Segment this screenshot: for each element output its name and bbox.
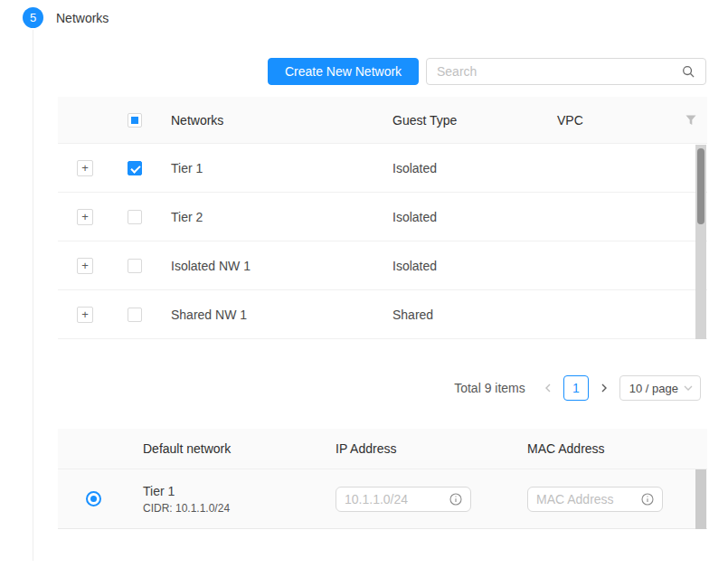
network-guest-type: Isolated — [378, 259, 543, 273]
network-name: Tier 2 — [156, 210, 378, 224]
default-network-cidr: CIDR: 10.1.1.0/24 — [143, 502, 321, 515]
row-checkbox[interactable] — [128, 259, 142, 273]
next-page-icon[interactable] — [596, 375, 612, 401]
filter-icon[interactable] — [685, 115, 696, 126]
step-title: Networks — [56, 11, 109, 25]
network-name: Shared NW 1 — [156, 308, 378, 322]
step-number-badge: 5 — [23, 7, 43, 28]
expand-row-button[interactable]: + — [77, 258, 93, 274]
column-header-vpc: VPC — [543, 113, 674, 128]
network-guest-type: Isolated — [378, 210, 543, 224]
deploy-vm-networks-step: 5 Networks Create New Network Networks G… — [0, 0, 728, 568]
row-checkbox[interactable] — [128, 161, 142, 175]
scrollbar-thumb[interactable] — [697, 148, 704, 224]
row-checkbox[interactable] — [128, 308, 142, 322]
search-icon[interactable] — [682, 65, 695, 79]
ip-address-field[interactable] — [336, 487, 471, 512]
table-row[interactable]: + Tier 2 Isolated — [58, 193, 707, 241]
page-number-button[interactable]: 1 — [563, 375, 589, 401]
prev-page-icon[interactable] — [540, 375, 556, 401]
column-header-networks: Networks — [156, 113, 378, 128]
create-new-network-button[interactable]: Create New Network — [268, 58, 419, 85]
network-name: Isolated NW 1 — [156, 259, 378, 273]
pagination: Total 9 items 1 10 / page — [454, 375, 701, 401]
column-header-mac-address: MAC Address — [513, 441, 707, 456]
page-size-select[interactable]: 10 / page — [619, 375, 701, 401]
network-guest-type: Isolated — [378, 161, 543, 175]
mac-address-input[interactable] — [536, 492, 641, 506]
network-search-box[interactable] — [426, 58, 706, 85]
mac-address-field[interactable] — [527, 487, 663, 512]
table-scrollbar[interactable] — [695, 469, 706, 529]
chevron-down-icon — [684, 384, 693, 392]
pagination-total: Total 9 items — [454, 381, 525, 395]
table-row[interactable]: + Shared NW 1 Shared — [58, 290, 707, 339]
page-size-value: 10 / page — [629, 382, 678, 395]
expand-row-button[interactable]: + — [77, 209, 93, 225]
expand-row-button[interactable]: + — [77, 307, 93, 323]
ip-address-input[interactable] — [345, 492, 449, 506]
table-row[interactable]: + Isolated NW 1 Isolated — [58, 241, 707, 290]
step-timeline-connector — [33, 30, 33, 561]
search-input[interactable] — [437, 64, 682, 79]
default-network-name: Tier 1 — [143, 484, 321, 498]
row-checkbox[interactable] — [128, 210, 142, 224]
network-name: Tier 1 — [156, 161, 378, 175]
default-network-table: Default network IP Address MAC Address T… — [58, 429, 707, 529]
networks-table-header: Networks Guest Type VPC — [58, 97, 707, 144]
info-icon — [449, 493, 462, 506]
expand-row-button[interactable]: + — [77, 160, 93, 176]
select-all-checkbox[interactable] — [128, 113, 142, 128]
column-header-default-network: Default network — [128, 441, 321, 456]
table-scrollbar[interactable] — [695, 145, 706, 339]
default-network-radio[interactable] — [86, 491, 101, 506]
networks-table: Networks Guest Type VPC + Tier 1 Isolate… — [58, 97, 707, 339]
default-network-row[interactable]: Tier 1 CIDR: 10.1.1.0/24 — [58, 469, 707, 529]
default-network-table-header: Default network IP Address MAC Address — [58, 429, 707, 469]
column-header-guest-type: Guest Type — [378, 113, 543, 128]
network-guest-type: Shared — [378, 308, 543, 322]
table-row[interactable]: + Tier 1 Isolated — [58, 144, 707, 193]
column-header-ip-address: IP Address — [321, 441, 513, 456]
info-icon — [641, 493, 654, 506]
